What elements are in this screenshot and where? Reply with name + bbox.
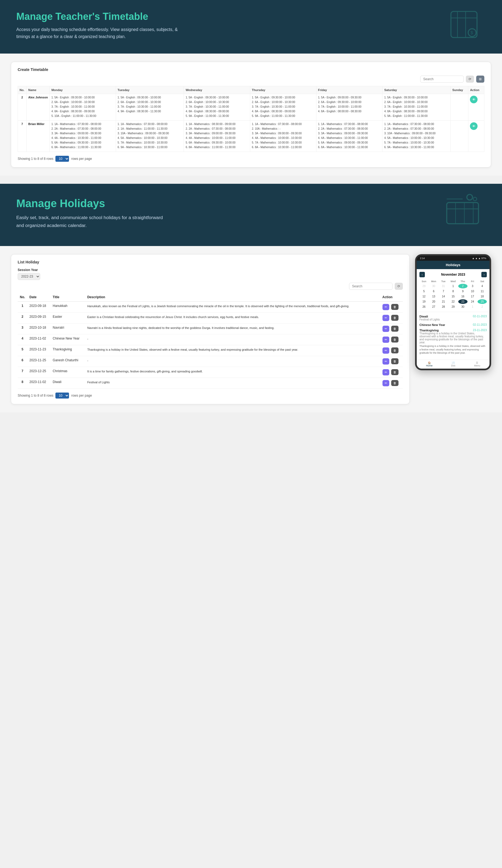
cal-day-cell[interactable]: 6 bbox=[429, 289, 438, 293]
delete-holiday-button[interactable]: 🗑 bbox=[391, 315, 398, 321]
nav-home[interactable]: 🏠Home bbox=[426, 362, 432, 367]
refresh-button[interactable]: ⟳ bbox=[466, 75, 474, 83]
cal-day-cell[interactable]: 28 bbox=[439, 304, 448, 309]
timetable-hero-desc: Access your daily teaching schedule effo… bbox=[16, 26, 179, 40]
time-slot: 3. 7A - English : 10:30:00 - 11:00:00 bbox=[186, 105, 248, 109]
cal-day-cell[interactable]: 22 bbox=[449, 299, 458, 304]
delete-holiday-button[interactable]: 🗑 bbox=[391, 304, 398, 310]
time-slot: 1. 5A - English : 09:30:00 - 10:00:00 bbox=[252, 96, 315, 100]
phone-time: 2:14 bbox=[420, 257, 425, 260]
cal-day-cell[interactable]: 7 bbox=[439, 289, 448, 293]
cal-day-cell[interactable]: 21 bbox=[439, 299, 448, 304]
grid-view-button[interactable]: ⊞ bbox=[476, 75, 484, 83]
nav-menu[interactable]: ☰Menu bbox=[474, 362, 480, 367]
phone-event-item: Diwali 02-11-2023 Festival of Lights bbox=[419, 315, 487, 321]
event-title: Thanksgiving bbox=[419, 329, 439, 332]
holiday-title: Chinese New Year bbox=[51, 334, 85, 345]
edit-holiday-button[interactable]: ✏ bbox=[383, 358, 389, 364]
cal-day-cell[interactable]: 8 bbox=[449, 289, 458, 293]
timetable-row: 7Brian Miller1. 1A - Mathematics : 07:30… bbox=[18, 121, 484, 152]
edit-holiday-button[interactable]: ✏ bbox=[383, 337, 389, 343]
delete-holiday-button[interactable]: 🗑 bbox=[391, 337, 398, 342]
holidays-toolbar: ⟳ bbox=[18, 283, 403, 290]
row-tuesday: 1. 5A - English : 09:30:00 - 10:00:002. … bbox=[116, 94, 184, 121]
cal-day-cell[interactable]: 2 bbox=[458, 284, 468, 288]
cal-day-cell[interactable]: 14 bbox=[439, 294, 448, 299]
cal-day-cell[interactable]: 31 bbox=[439, 284, 448, 288]
event-desc: Thanksgiving is a holiday in the United … bbox=[419, 344, 487, 355]
cal-day-cell[interactable]: 1 bbox=[468, 304, 477, 309]
edit-holiday-button[interactable]: ✏ bbox=[383, 348, 389, 354]
cal-day-cell[interactable]: 9 bbox=[458, 289, 468, 293]
cal-day-cell[interactable]: 10 bbox=[468, 289, 477, 293]
cal-day-header: Sun bbox=[419, 279, 429, 283]
cal-day-cell[interactable]: 20 bbox=[429, 299, 438, 304]
delete-holiday-button[interactable]: 🗑 bbox=[391, 326, 398, 332]
cal-day-cell[interactable]: 1 bbox=[449, 284, 458, 288]
session-year-select[interactable]: 2022-23 2023-24 bbox=[18, 273, 40, 280]
delete-holiday-button[interactable]: 🗑 bbox=[391, 369, 398, 375]
delete-holiday-button[interactable]: 🗑 bbox=[391, 358, 398, 364]
edit-holiday-button[interactable]: ✏ bbox=[383, 304, 389, 310]
cal-day-cell[interactable]: 29 bbox=[419, 284, 429, 288]
cal-day-cell[interactable]: 19 bbox=[419, 299, 429, 304]
holiday-row: 6 2023-11-25 Ganesh Chaturthi - ✏ 🗑 bbox=[18, 356, 403, 367]
cal-day-cell[interactable]: 24 bbox=[468, 299, 477, 304]
view-button[interactable]: 👁 bbox=[470, 96, 478, 103]
cal-day-cell[interactable]: 4 bbox=[478, 284, 487, 288]
holidays-refresh-button[interactable]: ⟳ bbox=[395, 283, 403, 290]
cal-day-cell[interactable]: 3 bbox=[468, 284, 477, 288]
cal-day-cell[interactable]: 27 bbox=[429, 304, 438, 309]
edit-holiday-button[interactable]: ✏ bbox=[383, 369, 389, 375]
cal-day-cell[interactable]: 18 bbox=[478, 294, 487, 299]
cal-day-cell[interactable]: 11 bbox=[478, 289, 487, 293]
cal-day-cell[interactable]: 23 bbox=[458, 299, 468, 304]
phone-event-item: Chinese New Year 02-11-2023 bbox=[419, 323, 487, 327]
holidays-search-input[interactable] bbox=[349, 283, 393, 290]
cal-day-cell[interactable]: 15 bbox=[449, 294, 458, 299]
holiday-no: 4 bbox=[18, 334, 27, 345]
time-slot: 2. 6A - English : 10:00:00 - 10:30:00 bbox=[186, 100, 248, 104]
holiday-row: 7 2023-12-25 Christmas It is a time for … bbox=[18, 367, 403, 378]
time-slot: 3. 7A - English : 10:30:00 - 11:00:00 bbox=[252, 105, 315, 109]
cal-day-cell[interactable]: 5 bbox=[419, 289, 429, 293]
hcol-no: No. bbox=[18, 293, 27, 301]
cal-day-cell[interactable]: 13 bbox=[429, 294, 438, 299]
delete-holiday-button[interactable]: 🗑 bbox=[391, 348, 398, 353]
time-slot: 5. 10A - English : 11:00:00 - 11:30:00 bbox=[51, 114, 114, 118]
holidays-showing-text: Showing 1 to 8 of 8 rows bbox=[18, 394, 53, 397]
title-prefix: Manage Teacher's bbox=[16, 11, 103, 22]
timetable-per-page-select[interactable]: 10 20 50 bbox=[55, 156, 69, 162]
row-sunday bbox=[450, 94, 468, 121]
view-button[interactable]: 👁 bbox=[470, 122, 478, 130]
event-date: 02-11-2023 bbox=[473, 323, 487, 326]
cal-next-button[interactable]: › bbox=[481, 272, 487, 277]
cal-day-cell[interactable]: 2 bbox=[478, 304, 487, 309]
edit-holiday-button[interactable]: ✏ bbox=[383, 380, 389, 386]
holidays-per-page-select[interactable]: 10 20 50 bbox=[55, 393, 69, 399]
holiday-desc: Easter is a Christian festival celebrati… bbox=[85, 312, 380, 323]
col-action: Action bbox=[468, 86, 484, 94]
edit-holiday-button[interactable]: ✏ bbox=[383, 326, 389, 332]
event-header: Thanksgiving 23-11-2023 bbox=[419, 329, 487, 332]
cal-day-cell[interactable]: 16 bbox=[458, 294, 468, 299]
cal-day-cell[interactable]: 12 bbox=[419, 294, 429, 299]
row-thursday: 1. 5A - English : 09:30:00 - 10:00:002. … bbox=[250, 94, 316, 121]
cal-prev-button[interactable]: ‹ bbox=[419, 272, 425, 277]
cal-day-cell[interactable]: 26 bbox=[419, 304, 429, 309]
holidays-pagination: Showing 1 to 8 of 8 rows 10 20 50 rows p… bbox=[18, 393, 403, 399]
timetable-search-input[interactable] bbox=[420, 75, 464, 83]
nav-doc[interactable]: 📄Doc bbox=[451, 362, 456, 367]
cal-day-cell[interactable]: 29 bbox=[449, 304, 458, 309]
edit-holiday-button[interactable]: ✏ bbox=[383, 315, 389, 321]
col-tuesday: Tuesday bbox=[116, 86, 184, 94]
cal-day-cell[interactable]: 30 bbox=[429, 284, 438, 288]
cal-day-cell[interactable]: 25 bbox=[478, 299, 487, 304]
cal-day-header: Tue bbox=[439, 279, 448, 283]
col-no: No. bbox=[18, 86, 27, 94]
cal-grid: SunMonTueWedThuFriSat2930311234567891011… bbox=[419, 279, 487, 309]
delete-holiday-button[interactable]: 🗑 bbox=[391, 380, 398, 386]
cal-day-cell[interactable]: 30 bbox=[458, 304, 468, 309]
cal-day-cell[interactable]: 17 bbox=[468, 294, 477, 299]
holiday-desc: Hanukkah, also known as the Festival of … bbox=[85, 301, 380, 313]
